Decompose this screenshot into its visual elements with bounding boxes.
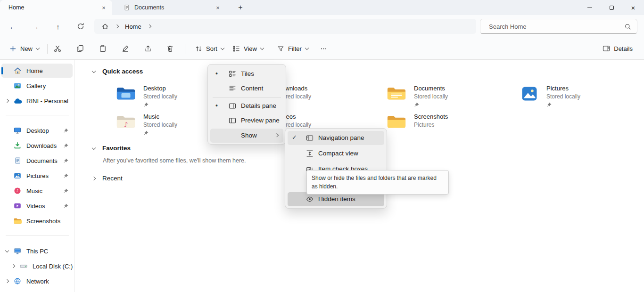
selected-bullet-icon: • xyxy=(215,70,218,77)
minimize-icon xyxy=(587,8,592,8)
menu-item-label: Tiles xyxy=(241,70,254,77)
tab-close-icon[interactable]: × xyxy=(213,3,223,12)
view-menu: • Tiles Content • Details pane Preview p… xyxy=(207,64,286,145)
sidebar-item-pictures[interactable]: Pictures xyxy=(1,169,73,183)
breadcrumb-separator-icon[interactable] xyxy=(147,24,151,28)
sidebar-item-label: This PC xyxy=(26,248,73,255)
address-bar[interactable]: Home xyxy=(94,19,476,34)
tile-name: Documents xyxy=(414,85,448,92)
sidebar-item-label: Network xyxy=(26,278,73,285)
document-icon xyxy=(124,4,130,11)
search-input[interactable]: Search Home xyxy=(480,19,637,34)
back-button[interactable]: ← xyxy=(5,19,20,34)
menu-item-preview-pane[interactable]: Preview pane xyxy=(210,114,283,128)
paste-button[interactable] xyxy=(94,41,111,57)
tab-label: Home xyxy=(8,4,99,11)
sidebar-item-documents[interactable]: Documents xyxy=(1,154,73,168)
filter-button[interactable]: Filter xyxy=(272,41,313,57)
favorites-empty-text: After you've favorited some files, we'll… xyxy=(103,157,246,164)
gallery-icon xyxy=(13,82,22,89)
tile-documents[interactable]: Documents Stored locally xyxy=(387,85,521,112)
details-button[interactable]: Details xyxy=(598,41,637,57)
sidebar-item-music[interactable]: ♪ Music xyxy=(1,184,73,198)
pin-icon xyxy=(546,102,552,107)
chevron-down-icon xyxy=(221,46,224,50)
minimize-button[interactable] xyxy=(579,0,601,15)
new-button[interactable]: New xyxy=(5,41,44,57)
more-options-button[interactable] xyxy=(315,41,332,57)
menu-item-label: Hidden items xyxy=(318,195,355,203)
checkmark-icon: ✓ xyxy=(292,134,297,141)
menu-item-tiles[interactable]: • Tiles xyxy=(210,67,283,81)
sidebar-item-local-disk-c[interactable]: Local Disk (C:) xyxy=(1,259,73,273)
pin-icon xyxy=(143,130,149,136)
sidebar-item-desktop[interactable]: Desktop xyxy=(1,123,73,138)
tile-pictures[interactable]: Pictures Stored locally xyxy=(520,85,644,112)
screenshots-folder-icon xyxy=(387,114,406,140)
section-recent[interactable]: Recent xyxy=(92,175,123,182)
maximize-button[interactable] xyxy=(601,0,622,15)
sidebar-item-videos[interactable]: Videos xyxy=(1,199,73,213)
sidebar-item-this-pc[interactable]: This PC xyxy=(1,244,73,258)
menu-item-show[interactable]: Show xyxy=(210,129,283,143)
command-bar: New Sort View Filter Details xyxy=(0,38,644,60)
menu-item-label: Compact view xyxy=(318,150,358,157)
music-folder-icon: ♪ xyxy=(116,114,136,140)
pin-icon xyxy=(63,188,68,194)
menu-item-compact-view[interactable]: Compact view xyxy=(288,146,384,161)
toolbar-divider xyxy=(185,44,185,54)
tile-name: Desktop xyxy=(143,85,177,92)
sidebar-item-home[interactable]: Home xyxy=(1,64,73,78)
chevron-right-icon[interactable] xyxy=(5,99,9,103)
section-title: Favorites xyxy=(102,145,131,152)
menu-item-details-pane[interactable]: • Details pane xyxy=(210,99,283,113)
up-button[interactable]: ↑ xyxy=(50,19,66,34)
breadcrumb-home[interactable]: Home xyxy=(125,23,141,30)
tab-documents[interactable]: Documents × xyxy=(113,0,226,15)
pictures-folder-icon xyxy=(520,86,539,112)
menu-item-navigation-pane[interactable]: ✓ Navigation pane xyxy=(288,131,384,145)
tab-close-icon[interactable]: × xyxy=(99,3,108,12)
copy-button[interactable] xyxy=(72,41,89,57)
sidebar-item-gallery[interactable]: Gallery xyxy=(1,79,73,93)
refresh-button[interactable] xyxy=(73,19,88,34)
chevron-down-icon[interactable] xyxy=(5,249,9,252)
home-icon xyxy=(13,67,22,75)
submenu-arrow-icon xyxy=(275,133,279,137)
tile-screenshots[interactable]: Screenshots Pictures xyxy=(387,113,521,140)
sidebar-item-downloads[interactable]: Downloads xyxy=(1,138,73,153)
cut-button[interactable] xyxy=(49,41,66,57)
sidebar-item-label: Music xyxy=(26,187,63,195)
sidebar-item-label: RINI - Personal xyxy=(26,97,73,105)
navigation-pane-icon xyxy=(306,134,314,142)
pin-icon xyxy=(63,158,68,163)
menu-item-content[interactable]: Content xyxy=(210,81,283,96)
section-favorites[interactable]: Favorites xyxy=(92,145,131,152)
section-quick-access[interactable]: Quick access xyxy=(92,68,143,75)
rename-button[interactable] xyxy=(117,41,134,57)
close-button[interactable]: × xyxy=(622,0,644,15)
chevron-down-icon xyxy=(36,46,40,50)
sidebar-item-network[interactable]: Network xyxy=(1,274,73,288)
sidebar-item-onedrive[interactable]: RINI - Personal xyxy=(1,94,73,108)
chevron-down-icon[interactable] xyxy=(92,146,96,149)
filter-label: Filter xyxy=(288,45,302,52)
section-title: Quick access xyxy=(102,68,143,75)
new-tab-button[interactable]: + xyxy=(235,2,246,13)
chevron-right-icon[interactable] xyxy=(5,279,9,283)
desktop-icon xyxy=(13,127,22,134)
share-button[interactable] xyxy=(140,41,157,57)
chevron-right-icon[interactable] xyxy=(92,176,96,180)
show-submenu: ✓ Navigation pane Compact view Item chec… xyxy=(285,128,387,209)
tab-home[interactable]: Home × xyxy=(0,0,112,15)
window-controls: × xyxy=(579,0,644,15)
sidebar-item-screenshots[interactable]: Screenshots xyxy=(1,214,73,228)
forward-button[interactable]: → xyxy=(28,19,43,34)
search-icon[interactable] xyxy=(624,23,631,30)
view-button[interactable]: View xyxy=(228,41,268,57)
chevron-right-icon[interactable] xyxy=(11,264,15,268)
sort-button[interactable]: Sort xyxy=(190,41,229,57)
chevron-down-icon[interactable] xyxy=(92,69,96,73)
delete-button[interactable] xyxy=(162,41,179,57)
menu-item-label: Navigation pane xyxy=(318,134,364,141)
